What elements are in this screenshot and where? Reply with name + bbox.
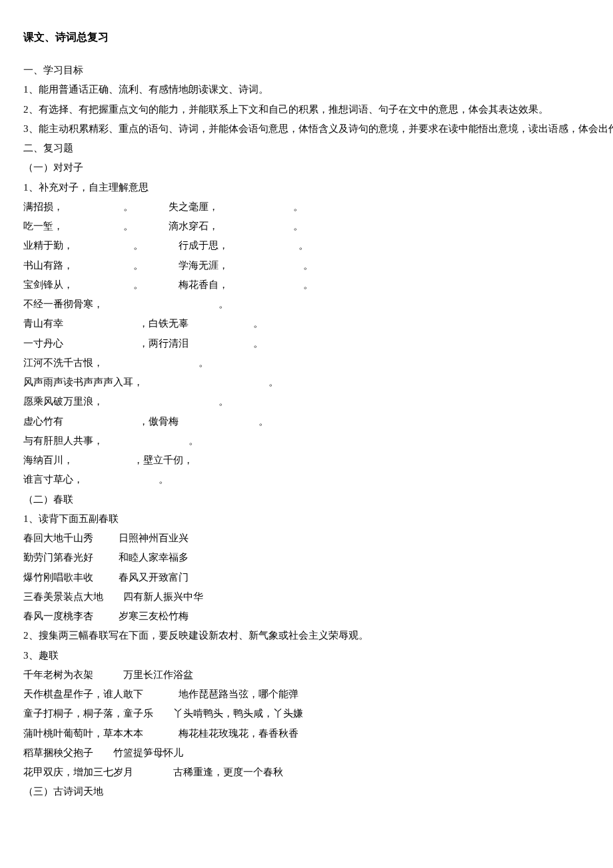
couplet-line: 千年老树为衣架 万里长江作浴盆	[23, 665, 590, 685]
instruction: 3、趣联	[23, 646, 590, 665]
fill-blank-line: 与有肝胆人共事， 。	[23, 431, 590, 451]
fill-blank-line: 不经一番彻骨寒， 。	[23, 295, 590, 314]
goal-item: 3、能主动积累精彩、重点的语句、诗词，并能体会语句意思，体悟含义及诗句的意境，并…	[23, 119, 590, 139]
fill-blank-line: 谁言寸草心， 。	[23, 470, 590, 489]
couplet-line: 稻草捆秧父抱子 竹篮提笋母怀儿	[23, 743, 590, 763]
instruction: 1、读背下面五副春联	[23, 509, 590, 529]
goal-item: 1、能用普通话正确、流利、有感情地朗读课文、诗词。	[23, 80, 590, 99]
subsection-header: （一）对对子	[23, 158, 590, 177]
section-header: 一、学习目标	[23, 61, 590, 80]
subsection-header: （二）春联	[23, 490, 590, 509]
document-title: 课文、诗词总复习	[23, 27, 590, 47]
fill-blank-line: 风声雨声读书声声声入耳， 。	[23, 373, 590, 392]
couplet-line: 爆竹刚唱歌丰收 春风又开致富门	[23, 568, 590, 587]
fill-blank-line: 一寸丹心 ，两行清泪 。	[23, 334, 590, 353]
fill-blank-line: 海纳百川， ，壁立千仞，	[23, 451, 590, 470]
fill-blank-line: 江河不洗千古恨， 。	[23, 353, 590, 373]
section-header: 二、复习题	[23, 139, 590, 158]
couplet-line: 天作棋盘星作子，谁人敢下 地作琵琶路当弦，哪个能弹	[23, 685, 590, 704]
subsection-header: （三）古诗词天地	[23, 782, 590, 801]
fill-blank-line: 吃一堑， 。 滴水穿石， 。	[23, 217, 590, 236]
instruction: 2、搜集两三幅春联写在下面，要反映建设新农村、新气象或社会主义荣辱观。	[23, 626, 590, 645]
couplet-line: 春回大地千山秀 日照神州百业兴	[23, 529, 590, 548]
fill-blank-line: 愿乘风破万里浪， 。	[23, 392, 590, 411]
instruction: 1、补充对子，自主理解意思	[23, 178, 590, 197]
couplet-line: 花甲双庆，增加三七岁月 古稀重逢，更度一个春秋	[23, 763, 590, 782]
fill-blank-line: 青山有幸 ，白铁无辜 。	[23, 314, 590, 333]
fill-blank-line: 书山有路， 。 学海无涯， 。	[23, 256, 590, 275]
couplet-line: 童子打桐子，桐子落，童子乐 丫头啃鸭头，鸭头咸，丫头嫌	[23, 704, 590, 723]
couplet-line: 三春美景装点大地 四有新人振兴中华	[23, 587, 590, 607]
goal-item: 2、有选择、有把握重点文句的能力，并能联系上下文和自己的积累，推想词语、句子在文…	[23, 100, 590, 119]
fill-blank-line: 宝剑锋从， 。 梅花香自， 。	[23, 275, 590, 295]
couplet-line: 春风一度桃李杏 岁寒三友松竹梅	[23, 607, 590, 626]
fill-blank-line: 满招损， 。 失之毫厘， 。	[23, 197, 590, 217]
fill-blank-line: 业精于勤， 。 行成于思， 。	[23, 236, 590, 255]
couplet-line: 蒲叶桃叶葡萄叶，草本木本 梅花桂花玫瑰花，春香秋香	[23, 724, 590, 743]
couplet-line: 勤劳门第春光好 和睦人家幸福多	[23, 548, 590, 567]
fill-blank-line: 虚心竹有 ，傲骨梅 。	[23, 412, 590, 431]
